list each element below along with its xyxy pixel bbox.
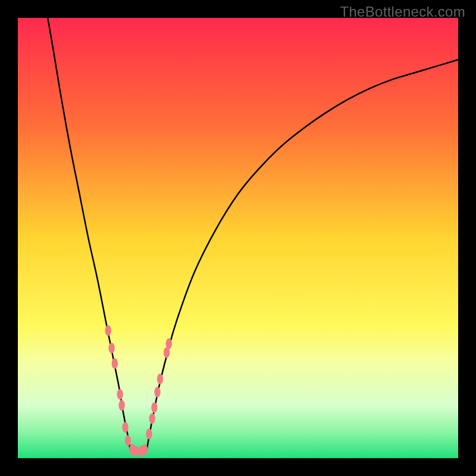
marker-point (125, 435, 131, 446)
marker-point (133, 446, 139, 456)
marker-point (112, 358, 118, 369)
marker-point (105, 325, 111, 336)
plot-area (18, 18, 458, 458)
chart-root: TheBottleneck.com (0, 0, 476, 476)
marker-point (117, 389, 123, 400)
watermark-text: TheBottleneck.com (340, 4, 465, 20)
gradient-background (18, 18, 458, 458)
marker-point (142, 444, 148, 455)
marker-point (108, 343, 114, 353)
marker-point (157, 374, 163, 384)
marker-point (166, 339, 172, 349)
chart-svg (18, 18, 458, 458)
marker-point (146, 428, 152, 439)
marker-point (149, 413, 155, 424)
marker-point (154, 387, 160, 397)
marker-point (122, 422, 128, 433)
marker-point (118, 400, 124, 411)
marker-point (151, 402, 157, 413)
